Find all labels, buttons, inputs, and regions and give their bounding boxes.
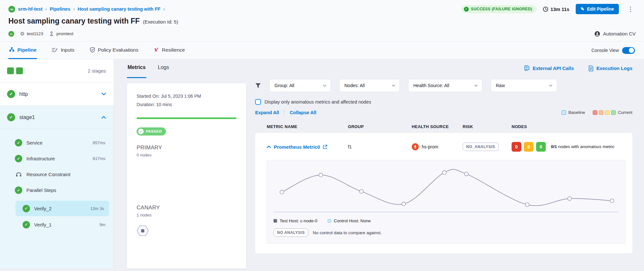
sidebar-step-infrastructure[interactable]: ✓ Infrastructure 617ms bbox=[0, 151, 114, 166]
step-duration: 9m bbox=[100, 222, 105, 227]
tab-inputs[interactable]: Inputs bbox=[51, 42, 75, 59]
verification-duration: Duration: 10 mins bbox=[137, 101, 236, 109]
anomalous-only-checkbox[interactable] bbox=[255, 99, 261, 105]
chart-data-point bbox=[525, 203, 529, 206]
metric-chart-card: Test Host: c-node-0 Control Host: None N… bbox=[267, 160, 625, 244]
chart-data-point bbox=[464, 172, 468, 176]
metric-row-card: Prometheus Metric0 f1 h bbox=[255, 133, 632, 253]
breadcrumb-pipeline-name[interactable]: Host sampling canary testing with FF bbox=[78, 6, 160, 12]
chart-data-point bbox=[610, 199, 614, 203]
test-host-swatch bbox=[274, 219, 277, 223]
nodes-cell: 0 0 0 0/1 nodes with anomalous metric bbox=[512, 142, 628, 152]
breadcrumb-project[interactable]: srm-hf-test bbox=[18, 6, 43, 12]
success-check-icon: ✓ bbox=[23, 221, 30, 228]
rollout-icon bbox=[49, 31, 54, 36]
svg-text:API: API bbox=[525, 69, 528, 71]
breadcrumb-separator: › bbox=[73, 6, 75, 12]
nodes-filter-select[interactable]: Nodes: All bbox=[339, 79, 400, 92]
sidebar-stage-stage1[interactable]: ✓ stage1 bbox=[0, 106, 114, 129]
stage-count: 2 stages bbox=[88, 68, 106, 74]
metric-name-link[interactable]: Prometheus Metric0 bbox=[274, 144, 320, 150]
external-api-calls-link[interactable]: API External API Calls bbox=[524, 65, 574, 71]
chevron-down-icon bbox=[323, 85, 326, 87]
tab-pipeline[interactable]: Pipeline bbox=[8, 42, 37, 59]
chart-data-point bbox=[319, 173, 323, 177]
edit-pipeline-button[interactable]: ✎ Edit Pipeline bbox=[576, 4, 619, 14]
breadcrumb-separator: › bbox=[163, 6, 165, 12]
document-icon bbox=[589, 65, 593, 71]
tab-logs[interactable]: Logs bbox=[157, 65, 170, 78]
tab-policy-evaluations[interactable]: Policy Evaluations bbox=[89, 42, 139, 59]
chart-data-point bbox=[280, 190, 284, 194]
canary-label: CANARY bbox=[137, 205, 236, 211]
elapsed-time: 13m 11s bbox=[543, 6, 569, 12]
collapse-all-link[interactable]: Collapse All bbox=[290, 110, 316, 115]
chart-data-point bbox=[568, 197, 572, 201]
chevron-down-icon[interactable] bbox=[101, 93, 106, 95]
risk-red-swatch bbox=[593, 110, 597, 115]
pipeline-icon bbox=[9, 47, 14, 53]
chart-data-point bbox=[402, 202, 406, 206]
more-options-icon[interactable]: ⋮ bbox=[625, 5, 636, 13]
chevron-up-icon[interactable] bbox=[101, 116, 106, 119]
no-analysis-message: No control data to compare against. bbox=[313, 230, 382, 235]
sidebar-step-verify-1[interactable]: ✓ Verify_1 9m bbox=[0, 217, 114, 232]
success-check-icon: ✓ bbox=[7, 113, 15, 121]
sidebar-step-resource-constraint[interactable]: Resource Constraint bbox=[0, 166, 114, 182]
filter-funnel-icon[interactable] bbox=[255, 83, 261, 88]
success-check-icon: ✓ bbox=[7, 90, 15, 98]
step-duration: 857ms bbox=[93, 140, 105, 145]
group-filter-select[interactable]: Group: All bbox=[269, 79, 331, 92]
metrics-analysis-panel: API External API Calls Execution Logs Gr… bbox=[246, 59, 644, 268]
external-link-icon[interactable] bbox=[323, 145, 327, 149]
sidebar-stage-http[interactable]: ✓ http bbox=[0, 83, 114, 106]
data-mode-select[interactable]: Raw bbox=[491, 79, 557, 92]
chevron-down-icon bbox=[549, 85, 553, 87]
service-tag[interactable]: ⚙ test1123 bbox=[20, 31, 43, 37]
red-node-count: 0 bbox=[512, 142, 521, 152]
metric-line-chart[interactable] bbox=[274, 167, 619, 215]
breadcrumb-separator: › bbox=[45, 6, 47, 12]
primary-label: PRIMARY bbox=[137, 145, 236, 151]
harness-service-icon: ∞ bbox=[8, 31, 14, 37]
status-badge: ✓ SUCCESS (FAILURE IGNORED) bbox=[462, 5, 536, 13]
harness-logo-icon: ∞ bbox=[8, 6, 15, 13]
chevron-down-icon bbox=[474, 85, 478, 87]
inputs-icon bbox=[52, 47, 58, 53]
health-source-filter-select[interactable]: Health Source: All bbox=[408, 79, 482, 92]
console-view-toggle[interactable] bbox=[622, 47, 635, 54]
expand-all-link[interactable]: Expand All bbox=[255, 110, 279, 115]
metric-group: f1 bbox=[348, 144, 412, 149]
metric-table-row[interactable]: Prometheus Metric0 f1 h bbox=[267, 142, 625, 152]
collapse-row-chevron-up-icon[interactable] bbox=[267, 146, 271, 148]
success-check-icon: ✓ bbox=[464, 7, 469, 12]
sidebar-step-verify-2-selected[interactable]: ✓ Verify_2 13m 3s bbox=[15, 201, 109, 216]
divider bbox=[284, 110, 284, 115]
execution-id: (Execution Id: 5) bbox=[143, 19, 178, 25]
passed-check-icon: ✓ bbox=[138, 129, 144, 134]
test-host-legend: Test Host: c-node-0 bbox=[274, 218, 317, 223]
metrics-table-header: METRIC NAME GROUP HEALTH SOURCE RISK NOD… bbox=[255, 124, 632, 129]
execution-sidebar: 2 stages ✓ http ✓ stage1 ✓ Service 85 bbox=[0, 59, 114, 268]
clock-icon bbox=[543, 6, 548, 12]
chevron-down-icon bbox=[392, 85, 395, 87]
current-legend: Current bbox=[593, 110, 632, 115]
started-on: Started On: Jul 5, 2023 1:06 PM bbox=[137, 92, 236, 101]
prometheus-icon bbox=[412, 143, 419, 150]
stage-status-squares bbox=[7, 67, 23, 74]
risk-orange-swatch bbox=[599, 110, 603, 115]
sidebar-step-parallel-steps[interactable]: ✓ Parallel Steps bbox=[0, 182, 114, 198]
environment-tag[interactable]: promtest bbox=[49, 31, 73, 36]
breadcrumb-pipelines[interactable]: Pipelines bbox=[50, 6, 71, 12]
sidebar-step-service[interactable]: ✓ Service 857ms bbox=[0, 135, 114, 151]
resilience-icon bbox=[154, 47, 159, 53]
risk-yellow-swatch bbox=[605, 110, 610, 115]
execution-logs-link[interactable]: Execution Logs bbox=[589, 65, 632, 71]
nodes-summary: 0/1 nodes with anomalous metric bbox=[551, 144, 628, 150]
tab-resilience[interactable]: Resilience bbox=[153, 42, 186, 59]
tab-metrics[interactable]: Metrics bbox=[127, 65, 146, 78]
control-host-legend: Control Host: None bbox=[328, 218, 371, 223]
canary-node-hexagon-icon[interactable] bbox=[137, 225, 149, 236]
breadcrumb: ∞ srm-hf-test › Pipelines › Host samplin… bbox=[8, 6, 165, 13]
top-header: ∞ srm-hf-test › Pipelines › Host samplin… bbox=[0, 0, 644, 42]
